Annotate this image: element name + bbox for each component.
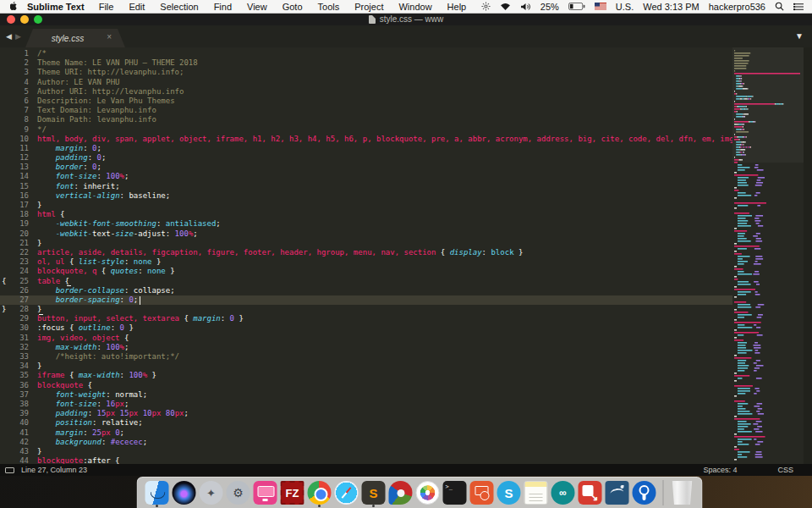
menu-item-file[interactable]: File — [91, 2, 122, 12]
logged-in-user[interactable]: hackerpro536 — [709, 2, 765, 12]
minimap-viewport[interactable] — [732, 47, 804, 163]
syntax-mode[interactable]: CSS — [777, 466, 793, 474]
dock-finder-icon[interactable] — [145, 478, 170, 507]
code-line-9: 9*/ — [0, 125, 732, 135]
history-nav-arrows[interactable]: ◀▶ — [6, 32, 25, 41]
menu-item-find[interactable]: Find — [206, 2, 239, 12]
dock-arduino-icon[interactable]: ∞ — [551, 478, 576, 507]
indent-setting[interactable]: Spaces: 4 — [703, 466, 737, 474]
line-number: 43 — [0, 447, 29, 456]
menu-item-edit[interactable]: Edit — [121, 2, 152, 12]
scrollbar-track[interactable] — [804, 47, 812, 464]
code-line-14: 14 font-size: 100%; — [0, 172, 732, 181]
dock-system-preferences-icon[interactable]: ⚙ — [226, 478, 251, 507]
code-area[interactable]: 1/*2Theme Name: LE VAN PHU — THEME 20183… — [0, 49, 732, 464]
tab-overflow-dropdown-icon[interactable]: ▼ — [795, 31, 804, 41]
line-number: 4 — [0, 78, 29, 87]
line-number: 2 — [0, 58, 29, 68]
dock-screen-share-icon[interactable] — [578, 478, 603, 507]
code-line-20: 20 -webkit-text-size-adjust: 100%; — [0, 229, 732, 239]
line-number: 40 — [0, 418, 29, 428]
code-line-27: 27 border-spacing: 0; — [0, 295, 732, 305]
minimize-window-button[interactable] — [20, 15, 29, 24]
editor-pane[interactable]: 1/*2Theme Name: LE VAN PHU — THEME 20183… — [0, 47, 812, 464]
zoom-window-button[interactable] — [34, 15, 42, 24]
code-line-15: 15 font: inherit; — [0, 182, 732, 191]
running-indicator-dot — [372, 505, 375, 507]
code-line-7: 7Text Domain: Levanphu.info — [0, 106, 732, 115]
code-line-4: 4Author: LE VAN PHU — [0, 78, 732, 87]
code-line-23: 23ol, ul { list-style: none } — [0, 257, 732, 267]
menu-item-tools[interactable]: Tools — [310, 2, 348, 12]
dock-photos-icon[interactable] — [415, 478, 441, 507]
input-source-label[interactable]: U.S. — [616, 2, 634, 12]
code-line-39: 39 padding: 15px 15px 10px 80px; — [0, 409, 732, 418]
bracket-match-underline — [67, 285, 71, 286]
menu-item-view[interactable]: View — [239, 2, 275, 12]
dock-siri-icon[interactable] — [172, 478, 197, 507]
panel-toggle-icon[interactable] — [5, 467, 14, 473]
input-source-flag-icon[interactable] — [595, 3, 606, 10]
code-line-19: 19 -webkit-font-smoothing: antialiased; — [0, 219, 732, 229]
status-bar: Line 27, Column 23 Spaces: 4 CSS — [0, 464, 812, 476]
line-number: 22 — [0, 248, 29, 257]
text-cursor — [140, 296, 140, 305]
code-line-13: 13 border: 0; — [0, 163, 732, 172]
code-line-11: 11 margin: 0; — [0, 144, 732, 153]
dock-chrome-icon[interactable] — [307, 478, 332, 507]
code-line-41: 41 margin: 25px 0; — [0, 428, 732, 438]
menu-bar-clock[interactable]: Wed 3:13 PM — [643, 2, 699, 12]
forward-arrow-icon[interactable]: ▶ — [15, 32, 25, 41]
window-title-bar[interactable]: style.css — www — [0, 14, 812, 25]
menu-item-window[interactable]: Window — [391, 2, 439, 12]
line-number: 34 — [0, 362, 29, 371]
wifi-icon[interactable] — [500, 3, 511, 11]
code-line-29: 29button, input, select, textarea { marg… — [0, 314, 732, 323]
tab-style-css[interactable]: style.css × — [25, 29, 125, 47]
code-line-16: 16 vertical-align: baseline; — [0, 191, 732, 201]
line-number: 9 — [0, 125, 29, 135]
code-line-37: 37 font-weight: normal; — [0, 390, 732, 400]
dock-notes-icon[interactable] — [524, 478, 549, 507]
line-number: 8 — [0, 115, 29, 124]
dock-sublime-text-icon[interactable]: S — [361, 478, 387, 507]
dock-launchpad-icon[interactable]: ✦ — [199, 478, 224, 507]
code-line-8: 8Domain Path: levanphu.info — [0, 115, 732, 124]
line-number: 44 — [0, 456, 29, 464]
keyboard-brightness-icon[interactable] — [481, 2, 491, 11]
spotlight-search-icon[interactable] — [775, 2, 784, 11]
dock-swirl-app-icon[interactable] — [388, 478, 414, 507]
volume-icon[interactable] — [520, 3, 531, 11]
code-line-28: 28} — [0, 305, 732, 314]
dock-skype-icon[interactable]: S — [497, 478, 522, 507]
line-number: 17 — [0, 201, 29, 210]
tab-close-icon[interactable]: × — [107, 32, 112, 41]
menu-bar: Sublime Text FileEditSelectionFindViewGo… — [0, 0, 812, 14]
gutter-bracket-marker: { — [2, 277, 6, 285]
battery-icon[interactable] — [568, 3, 585, 10]
dock-location-app-icon[interactable] — [632, 478, 657, 507]
line-number: 3 — [0, 68, 29, 77]
menu-item-selection[interactable]: Selection — [152, 2, 206, 12]
document-icon — [369, 15, 376, 24]
dock-terminal-icon[interactable]: >_ — [442, 478, 468, 507]
bracket-match-underline — [39, 314, 43, 315]
dock-filezilla-icon[interactable]: FZ — [280, 478, 305, 507]
line-number: 26 — [0, 286, 29, 295]
back-arrow-icon[interactable]: ◀ — [6, 32, 15, 41]
dock-display-app-icon[interactable] — [253, 478, 278, 507]
menu-item-project[interactable]: Project — [347, 2, 391, 12]
dock-mysql-workbench-icon[interactable] — [605, 478, 630, 507]
active-app-name[interactable]: Sublime Text — [27, 2, 85, 12]
code-line-34: 34} — [0, 362, 732, 371]
dock-trash-icon[interactable] — [670, 478, 695, 507]
dock-safari-icon[interactable] — [334, 478, 359, 507]
apple-menu-icon[interactable] — [10, 2, 19, 12]
code-line-42: 42 background: #ececec; — [0, 438, 732, 447]
app-menus: FileEditSelectionFindViewGotoToolsProjec… — [91, 2, 475, 12]
notification-center-icon[interactable] — [793, 3, 804, 11]
menu-item-goto[interactable]: Goto — [275, 2, 310, 12]
dock-remote-desktop-icon[interactable] — [469, 478, 495, 507]
menu-item-help[interactable]: Help — [440, 2, 475, 12]
close-window-button[interactable] — [7, 15, 15, 24]
